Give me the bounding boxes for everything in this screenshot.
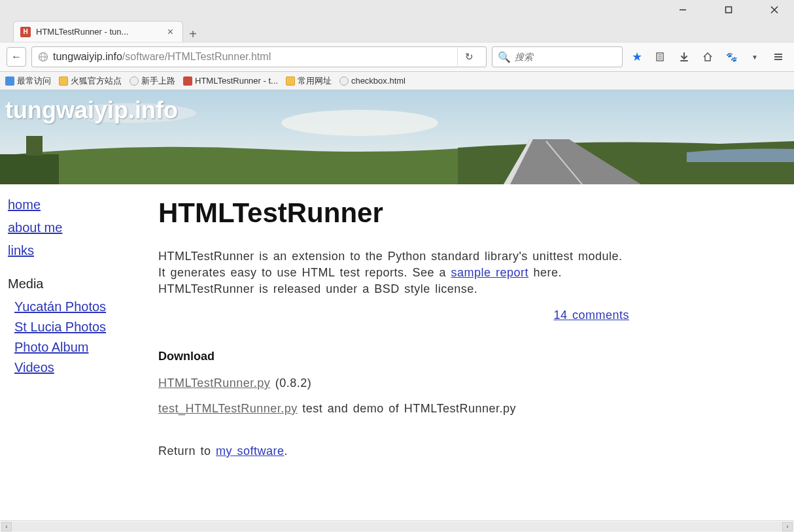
search-icon: 🔍: [498, 51, 511, 63]
bookmark-item[interactable]: 常用网址: [286, 75, 332, 87]
nav-links[interactable]: links: [8, 243, 145, 258]
search-input[interactable]: [515, 52, 630, 62]
my-software-link[interactable]: my software: [216, 444, 285, 457]
site-title: tungwaiyip.info: [5, 97, 178, 124]
browser-tab[interactable]: H HTMLTestRunner - tun... ×: [13, 21, 183, 42]
close-tab-button[interactable]: ×: [165, 26, 176, 38]
url-text[interactable]: tungwaiyip.info/software/HTMLTestRunner.…: [53, 51, 453, 63]
bookmark-item[interactable]: 火狐官方站点: [59, 75, 122, 87]
nav-media-item[interactable]: St Lucia Photos: [14, 320, 145, 335]
globe-icon: [339, 76, 349, 86]
download-link[interactable]: HTMLTestRunner.py: [158, 376, 270, 390]
sample-report-link[interactable]: sample report: [451, 266, 529, 279]
back-button[interactable]: [7, 47, 26, 67]
minimize-button[interactable]: [670, 1, 696, 19]
svg-rect-18: [0, 154, 59, 184]
bookmarks-bar: 最常访问 火狐官方站点 新手上路 HTMLTestRunner - t... 常…: [0, 72, 794, 90]
nav-media-item[interactable]: Videos: [14, 360, 145, 375]
bookmark-icon: [5, 76, 14, 86]
bookmark-icon: [183, 76, 192, 86]
download-heading: Download: [158, 350, 629, 363]
tab-favicon-icon: H: [20, 27, 31, 37]
library-icon[interactable]: [651, 48, 670, 66]
svg-rect-19: [26, 136, 43, 156]
sidebar-section-media: Media: [8, 276, 145, 291]
url-bar[interactable]: tungwaiyip.info/software/HTMLTestRunner.…: [31, 46, 487, 67]
nav-about[interactable]: about me: [8, 220, 145, 235]
page-banner: tungwaiyip.info: [0, 90, 794, 184]
horizontal-scrollbar[interactable]: ‹ ›: [0, 520, 794, 532]
main-content: HTMLTestRunner HTMLTestRunner is an exte…: [158, 197, 629, 501]
sidebar: home about me links Media Yucatán Photos…: [8, 197, 145, 501]
comments-link[interactable]: 14 comments: [553, 308, 629, 322]
maximize-button[interactable]: [716, 1, 742, 19]
search-box[interactable]: 🔍: [492, 46, 623, 67]
bookmark-item[interactable]: HTMLTestRunner - t...: [183, 76, 278, 86]
nav-media-item[interactable]: Photo Album: [14, 340, 145, 355]
bookmark-star-icon[interactable]: ★: [628, 48, 646, 66]
page-body: home about me links Media Yucatán Photos…: [0, 184, 794, 507]
scroll-track[interactable]: [12, 522, 782, 531]
window-titlebar: [0, 0, 794, 20]
page-heading: HTMLTestRunner: [158, 197, 629, 229]
menu-icon[interactable]: [769, 48, 787, 66]
bookmark-item[interactable]: checkbox.html: [339, 76, 406, 86]
return-paragraph: Return to my software.: [158, 443, 629, 459]
nav-toolbar: tungwaiyip.info/software/HTMLTestRunner.…: [0, 42, 794, 72]
download-item: HTMLTestRunner.py (0.8.2): [158, 375, 629, 391]
home-icon[interactable]: [699, 48, 717, 66]
scroll-right-button[interactable]: ›: [782, 522, 793, 531]
svg-point-15: [281, 110, 438, 136]
globe-icon: [129, 76, 139, 86]
reload-button[interactable]: ↻: [457, 46, 481, 67]
bookmark-item[interactable]: 最常访问: [5, 75, 51, 87]
globe-icon: [37, 51, 49, 63]
scroll-left-button[interactable]: ‹: [1, 522, 12, 531]
nav-media-item[interactable]: Yucatán Photos: [14, 299, 145, 314]
download-item: test_HTMLTestRunner.py test and demo of …: [158, 401, 629, 417]
tab-strip: H HTMLTestRunner - tun... × +: [0, 20, 794, 42]
folder-icon: [286, 76, 295, 86]
folder-icon: [59, 76, 68, 86]
comments-row: 14 comments: [158, 307, 629, 324]
new-tab-button[interactable]: +: [183, 27, 203, 42]
bookmark-item[interactable]: 新手上路: [129, 75, 175, 87]
nav-home[interactable]: home: [8, 197, 145, 212]
close-window-button[interactable]: [761, 1, 787, 19]
tab-title: HTMLTestRunner - tun...: [36, 27, 160, 37]
svg-rect-1: [726, 7, 732, 13]
downloads-icon[interactable]: [675, 48, 693, 66]
dropdown-icon[interactable]: ▼: [746, 48, 764, 66]
extension-icon[interactable]: 🐾: [722, 48, 740, 66]
intro-paragraph: HTMLTestRunner is an extension to the Py…: [158, 248, 629, 298]
download-link[interactable]: test_HTMLTestRunner.py: [158, 402, 298, 415]
